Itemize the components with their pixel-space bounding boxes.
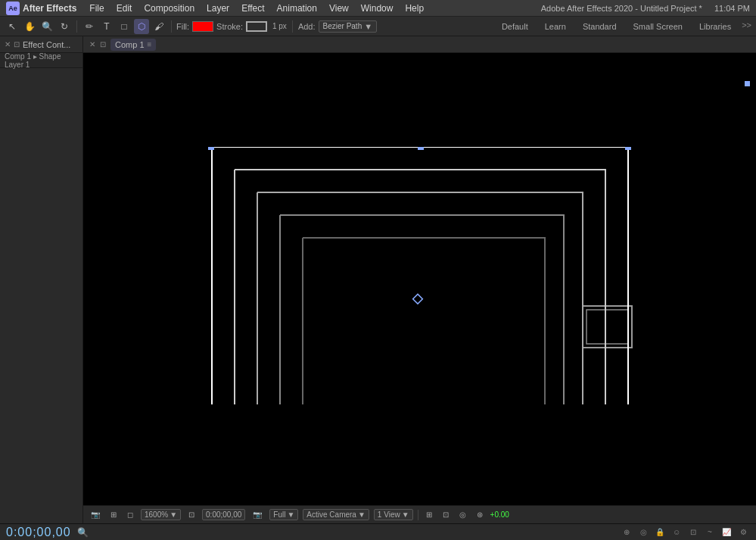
comp-tab-bar: ✕ ⊡ Comp 1 ≡ [83,36,756,53]
panel-icon-expand[interactable]: ⊡ [100,40,106,48]
zoom-value: 1600% [145,510,168,519]
tl-shy[interactable]: ☺ [670,526,683,539]
camera-value: Active Camera [306,510,356,519]
timeline: 0:00;00,00 🔍 ⊕ ◎ 🔒 ☺ ⊡ ~ 📈 ⚙ # ● 🔒 Layer… [0,523,756,540]
composition-canvas [204,147,636,412]
fill-sep [292,20,293,33]
viewer-grid-btn[interactable]: ⊞ [107,509,120,520]
shape-tool[interactable]: □ [117,19,132,34]
panel-icon-close[interactable]: ✕ [89,40,95,48]
fill-label: Fill: [176,22,189,31]
vc-btn-extra1[interactable]: ⊞ [423,509,435,520]
views-chevron: ▼ [402,510,409,519]
tab-standard[interactable]: Standard [577,20,623,33]
tab-small-screen[interactable]: Small Screen [627,20,689,33]
tl-settings[interactable]: ⚙ [736,526,750,539]
shape-tool-active[interactable]: ⬡ [134,19,149,34]
bezier-chevron: ▼ [364,22,372,31]
add-label: Add: [298,22,316,31]
timeline-search-icon[interactable]: 🔍 [77,527,89,538]
views-value: 1 View [378,510,400,519]
add-dropdown[interactable]: Bezier Path ▼ [319,20,378,33]
hand-tool[interactable]: ✋ [22,19,37,34]
time-value: 0:00;00,00 [206,510,241,519]
menu-window[interactable]: Window [356,2,399,15]
svg-rect-0 [583,306,632,348]
tl-motion-blur[interactable]: ~ [703,526,717,539]
vc-divider1 [418,510,418,520]
tl-solo[interactable]: ◎ [636,526,650,539]
ae-icon: Ae [6,2,20,15]
comp-tab-label: Comp 1 [115,40,145,49]
camera-dropdown[interactable]: Active Camera ▼ [303,509,369,520]
fill-color-box[interactable] [192,21,213,32]
bezier-label: Bezier Path [323,22,362,30]
snapshot-btn[interactable]: 📷 [250,509,265,520]
tab-default[interactable]: Default [496,20,534,33]
comp1-tab[interactable]: Comp 1 ≡ [110,39,156,51]
svg-rect-7 [208,147,214,150]
timeline-current-time[interactable]: 0:00;00,00 [6,526,71,539]
main-area: ✕ ⊡ Effect Cont... Comp 1 ▸ Shape Layer … [0,36,756,523]
tool-sep1 [76,20,77,33]
comp-viewer: ✕ ⊡ Comp 1 ≡ [83,36,756,523]
comp-tab-close-icon[interactable]: ≡ [148,40,152,48]
stroke-width: 1 px [272,22,287,30]
resolution-dropdown[interactable]: Full ▼ [269,509,298,520]
app-title: Adobe After Effects 2020 - Untitled Proj… [541,4,702,13]
timeline-header: 0:00;00,00 🔍 ⊕ ◎ 🔒 ☺ ⊡ ~ 📈 ⚙ [0,524,756,540]
vc-btn-extra4[interactable]: ⊛ [474,509,486,520]
brush-tool[interactable]: 🖌 [151,19,166,34]
time-display[interactable]: 0:00;00,00 [202,509,245,520]
left-panel-header: ✕ ⊡ Effect Cont... [0,36,82,53]
stroke-color-box[interactable] [246,21,267,32]
panel-close-icon[interactable]: ✕ [5,40,11,48]
tl-new-layer[interactable]: ⊕ [620,526,633,539]
tl-graph[interactable]: 📈 [720,526,733,539]
viewer-camera-btn[interactable]: 📷 [88,509,103,520]
resolution-value: Full [273,510,285,519]
stroke-label: Stroke: [216,22,243,31]
vc-btn-extra2[interactable]: ⊡ [440,509,452,520]
system-time: 11:04 PM [714,4,750,13]
viewer-mask-btn[interactable]: ◻ [124,509,136,520]
zoom-tool[interactable]: 🔍 [39,19,54,34]
menu-effect[interactable]: Effect [236,2,269,15]
left-panel-title: Effect Cont... [23,40,70,49]
views-dropdown[interactable]: 1 View ▼ [374,509,413,520]
workspace-tabs: Default Learn Standard Small Screen Libr… [496,20,751,33]
selection-tool[interactable]: ↖ [5,19,20,34]
zoom-chevron: ▼ [170,510,177,519]
viewer-controls: 📷 ⊞ ◻ 1600% ▼ ⊡ 0:00;00,00 📷 Full ▼ Acti… [83,505,756,523]
svg-rect-10 [412,294,422,304]
breadcrumb-text: Comp 1 ▸ Shape Layer 1 [5,52,78,69]
canvas-area [83,53,756,505]
menu-file[interactable]: File [84,2,109,15]
tool-sep2 [171,20,172,33]
zoom-dropdown[interactable]: 1600% ▼ [141,509,181,520]
app-logo: Ae After Effects [6,2,76,15]
pen-tool[interactable]: ✏ [82,19,97,34]
timeline-controls: ⊕ ◎ 🔒 ☺ ⊡ ~ 📈 ⚙ [620,526,750,539]
menu-composition[interactable]: Composition [138,2,200,15]
vc-btn-extra3[interactable]: ◎ [456,509,469,520]
left-panel: ✕ ⊡ Effect Cont... Comp 1 ▸ Shape Layer … [0,36,83,523]
menu-layer[interactable]: Layer [201,2,235,15]
fill-stroke-controls: Fill: Stroke: 1 px Add: Bezier Path ▼ [176,20,377,33]
tab-learn[interactable]: Learn [539,20,572,33]
rotate-tool[interactable]: ↻ [57,19,72,34]
menu-edit[interactable]: Edit [111,2,138,15]
snapping-btn[interactable]: ⊡ [185,509,198,520]
menu-help[interactable]: Help [400,2,429,15]
panel-expand-icon[interactable]: ⊡ [14,40,20,48]
tl-render[interactable]: ⊡ [686,526,700,539]
svg-rect-1 [586,310,628,344]
tab-libraries[interactable]: Libraries [693,20,737,33]
text-tool[interactable]: T [99,19,114,34]
camera-chevron: ▼ [358,510,366,519]
menu-animation[interactable]: Animation [272,2,322,15]
more-tabs-btn[interactable]: >> [742,20,751,33]
green-plus: +0.00 [490,510,509,519]
tl-lock[interactable]: 🔒 [653,526,667,539]
menu-view[interactable]: View [324,2,354,15]
